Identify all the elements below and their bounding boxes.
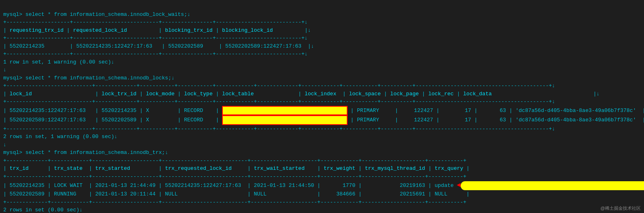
highlight-cell-2 [222,115,347,125]
row-trx-1: | 55202214235 | LOCK WAIT | 2021-01-13 2… [3,182,644,189]
divider-lw-1: +--------------------+------------------… [3,19,308,25]
terminal-output: mysql> select * from information_schema.… [3,2,641,213]
blank-2: ↓ [3,142,7,148]
header-lockwaits: | requesting_trx_id | requested_lock_id … [3,27,311,33]
arrow-1: ↓ [187,11,190,18]
arrow-2: ↓ [171,75,174,81]
header-locks: | lock_id | lock_trx_id | lock_mode | lo… [3,91,600,97]
prompt-3: mysql> select * from information_schema.… [3,149,165,156]
divider-lw-3: +--------------------+------------------… [3,51,308,57]
divider-locks-3: +---------------------------+-----------… [3,126,555,132]
result-1: 1 row in set, 1 warning (0.00 sec)↓ [3,59,114,65]
row-locks-1: | 55202214235:122427:17:63 | 55202214235… [3,108,644,114]
divider-lw-2: +--------------------+------------------… [3,35,308,41]
blank-1: ↓ [3,67,7,73]
result-2: 2 rows in set, 1 warning (0.00 sec)↓ [3,134,117,140]
highlight-oval-1 [461,181,644,190]
divider-trx-3: +-------------+------------+------------… [3,199,466,205]
prompt-2: mysql> select * from information_schema.… [3,75,171,81]
result-3: 2 rows in set (0.00 sec)↓ [3,207,83,213]
row-lockwaits: | 55202214235 | 55202214235:122427:17:63… [3,43,314,49]
highlight-cell-1 [222,106,347,116]
arrow-3: ↓ [165,149,168,156]
header-trx: | trx_id | trx_state | trx_started | trx… [3,165,470,171]
red-arrow-icon: ◄ [457,182,461,189]
divider-locks-2: +---------------------------+-----------… [3,99,555,105]
watermark: @稀土掘金技术社区 [600,205,641,212]
prompt-1: mysql> select * from information_schema.… [3,11,187,18]
divider-locks-1: +---------------------------+-----------… [3,83,555,89]
row-trx-2: | 55202202589 | RUNNING | 2021-01-13 20:… [3,191,470,197]
divider-trx-1: +-------------+------------+------------… [3,158,466,164]
row-locks-2: | 55202202589:122427:17:63 | 55202202589… [3,117,644,123]
divider-trx-2: +-------------+------------+------------… [3,173,466,180]
